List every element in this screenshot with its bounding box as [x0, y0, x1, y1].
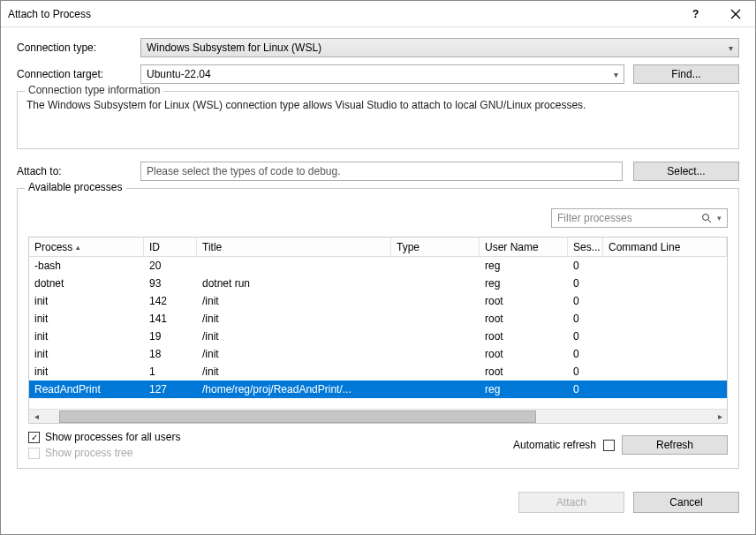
connection-target-label: Connection target:	[17, 68, 140, 80]
process-name-cell: init	[29, 330, 144, 343]
automatic-refresh-checkbox[interactable]	[603, 440, 615, 451]
refresh-button-label: Refresh	[656, 439, 693, 451]
table-row[interactable]: init19/initroot0	[29, 328, 727, 345]
table-row[interactable]: ReadAndPrint127/home/reg/proj/ReadAndPri…	[29, 381, 727, 398]
process-user-cell: reg	[480, 260, 568, 272]
table-row[interactable]: init142/initroot0	[29, 292, 727, 310]
process-session-cell: 0	[568, 313, 603, 325]
process-id-cell: 18	[144, 348, 197, 360]
process-name-cell: init	[29, 365, 144, 378]
attach-to-value: Please select the types of code to debug…	[147, 165, 340, 177]
automatic-refresh-label: Automatic refresh	[513, 439, 596, 451]
help-button[interactable]: ?	[676, 1, 715, 27]
select-button[interactable]: Select...	[633, 162, 739, 181]
process-id-cell: 142	[144, 295, 197, 307]
process-name-cell: -bash	[29, 260, 144, 272]
process-name-cell: dotnet	[29, 277, 144, 290]
process-title-cell: /init	[197, 313, 391, 325]
process-session-cell: 0	[568, 365, 603, 378]
column-header-cmdline[interactable]: Command Line	[603, 237, 727, 256]
connection-target-dropdown[interactable]: Ubuntu-22.04 ▾	[140, 64, 624, 84]
process-id-cell: 93	[144, 277, 197, 290]
filter-processes-input[interactable]: Filter processes ▾	[551, 208, 728, 228]
table-row[interactable]: -bash20reg0	[29, 257, 727, 275]
dialog-title: Attach to Process	[8, 8, 676, 20]
svg-point-3	[703, 215, 709, 221]
show-process-tree-checkbox: Show process tree	[28, 447, 180, 459]
process-title-cell: /init	[197, 348, 391, 360]
show-process-tree-label: Show process tree	[45, 447, 132, 459]
process-user-cell: reg	[480, 277, 568, 290]
connection-info-legend: Connection type information	[25, 84, 163, 96]
svg-line-4	[708, 220, 711, 222]
process-title-cell: /home/reg/proj/ReadAndPrint/...	[197, 383, 391, 396]
column-header-title[interactable]: Title	[197, 237, 391, 256]
process-title-cell: /init	[197, 330, 391, 343]
cancel-button[interactable]: Cancel	[633, 492, 739, 513]
dropdown-arrow-icon[interactable]: ▾	[717, 214, 722, 222]
attach-button-label: Attach	[556, 496, 586, 509]
process-title-cell: dotnet run	[197, 277, 391, 290]
process-user-cell: root	[480, 365, 568, 378]
attach-to-label: Attach to:	[17, 165, 140, 177]
process-user-cell: root	[480, 313, 568, 325]
checkbox-icon	[28, 448, 40, 459]
process-session-cell: 0	[568, 260, 603, 272]
connection-target-value: Ubuntu-22.04	[147, 68, 211, 80]
refresh-button[interactable]: Refresh	[622, 435, 728, 455]
process-name-cell: init	[29, 348, 144, 360]
find-button-label: Find...	[671, 68, 700, 80]
attach-to-field: Please select the types of code to debug…	[140, 162, 623, 181]
svg-text:?: ?	[692, 9, 699, 19]
table-row[interactable]: init18/initroot0	[29, 345, 727, 363]
process-title-cell: /init	[197, 365, 391, 378]
search-icon	[701, 213, 712, 223]
process-name-cell: ReadAndPrint	[29, 383, 144, 396]
close-icon	[730, 9, 741, 19]
process-session-cell: 0	[568, 348, 603, 360]
table-row[interactable]: dotnet93dotnet runreg0	[29, 275, 727, 292]
process-id-cell: 141	[144, 313, 197, 325]
chevron-down-icon: ▾	[729, 43, 733, 53]
connection-info-text: The Windows Subsystem for Linux (WSL) co…	[26, 99, 730, 111]
table-row[interactable]: init1/initroot0	[29, 363, 727, 381]
find-button[interactable]: Find...	[633, 64, 739, 84]
filter-placeholder: Filter processes	[557, 212, 632, 224]
process-session-cell: 0	[568, 383, 603, 396]
column-header-id[interactable]: ID	[144, 237, 197, 256]
process-title-cell: /init	[197, 295, 391, 307]
process-user-cell: root	[480, 348, 568, 360]
column-header-type[interactable]: Type	[391, 237, 480, 256]
process-user-cell: reg	[480, 383, 568, 396]
connection-type-label: Connection type:	[17, 41, 140, 54]
close-button[interactable]	[715, 1, 755, 27]
attach-button: Attach	[518, 492, 624, 513]
process-name-cell: init	[29, 313, 144, 325]
process-id-cell: 127	[144, 383, 197, 396]
scroll-left-icon[interactable]: ◂	[29, 411, 43, 423]
process-user-cell: root	[480, 330, 568, 343]
table-row[interactable]: init141/initroot0	[29, 310, 727, 328]
column-header-process[interactable]: Process▴	[29, 237, 144, 256]
scrollbar-thumb[interactable]	[59, 411, 536, 423]
process-id-cell: 1	[144, 365, 197, 378]
process-name-cell: init	[29, 295, 144, 307]
scroll-right-icon[interactable]: ▸	[713, 411, 727, 423]
column-header-session[interactable]: Ses...	[568, 237, 603, 256]
select-button-label: Select...	[667, 165, 705, 177]
process-id-cell: 19	[144, 330, 197, 343]
horizontal-scrollbar[interactable]: ◂ ▸	[29, 409, 727, 423]
checkbox-icon: ✓	[28, 432, 40, 443]
available-processes-legend: Available processes	[25, 181, 126, 193]
column-header-user[interactable]: User Name	[480, 237, 568, 256]
connection-type-value: Windows Subsystem for Linux (WSL)	[147, 41, 321, 54]
process-session-cell: 0	[568, 277, 603, 290]
cancel-button-label: Cancel	[669, 496, 702, 509]
process-grid[interactable]: Process▴ ID Title Type User Name Ses... …	[28, 237, 728, 424]
show-all-users-label: Show processes for all users	[45, 431, 180, 443]
process-session-cell: 0	[568, 295, 603, 307]
help-icon: ?	[691, 9, 701, 19]
show-all-users-checkbox[interactable]: ✓ Show processes for all users	[28, 431, 180, 443]
connection-type-dropdown[interactable]: Windows Subsystem for Linux (WSL) ▾	[140, 38, 739, 57]
sort-ascending-icon: ▴	[76, 243, 80, 252]
